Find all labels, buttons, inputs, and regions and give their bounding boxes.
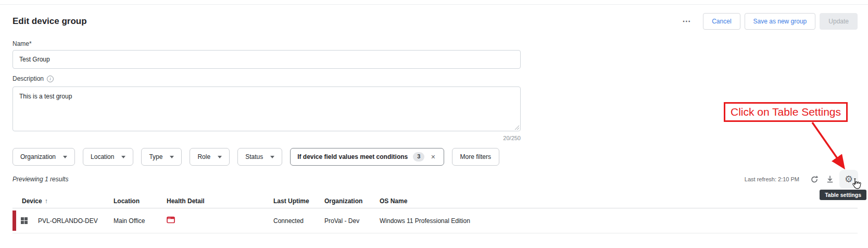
chevron-down-icon (63, 156, 67, 158)
description-textarea[interactable]: This is a test group (12, 86, 521, 131)
device-name: PVL-ORLANDO-DEV (38, 217, 98, 225)
description-label: Description i (12, 75, 54, 82)
annotation-box: Click on Table Settings (724, 102, 848, 122)
download-button[interactable] (824, 173, 836, 185)
table-toolbar: Last refresh: 2:10 PM ⚙ (745, 169, 858, 189)
chevron-down-icon (121, 156, 125, 158)
name-label: Name* (12, 40, 32, 47)
table-settings-tooltip: Table settings (820, 190, 866, 200)
filter-location[interactable]: Location (83, 148, 133, 166)
health-detail-cell (167, 216, 273, 225)
refresh-icon (810, 175, 819, 183)
column-header-health-detail[interactable]: Health Detail (167, 197, 273, 205)
page-title: Edit device group (12, 16, 87, 27)
organization-cell: ProVal - Dev (324, 217, 380, 225)
update-button[interactable]: Update (820, 13, 858, 30)
location-cell: Main Office (114, 217, 167, 225)
download-icon (826, 175, 834, 183)
chevron-down-icon (218, 156, 222, 158)
gear-icon: ⚙ (845, 175, 853, 184)
more-filters-button[interactable]: More filters (452, 148, 499, 166)
os-name-cell: Windows 11 Professional Edition (380, 217, 858, 225)
filter-role[interactable]: Role (190, 148, 230, 166)
windows-icon (21, 217, 28, 224)
chevron-down-icon (270, 156, 274, 158)
top-divider (0, 4, 868, 5)
filters-row: Organization Location Type Role Status I… (12, 148, 499, 166)
column-header-device[interactable]: Device ↑ (12, 197, 114, 205)
save-as-new-group-button[interactable]: Save as new group (745, 13, 816, 30)
column-header-os-name[interactable]: OS Name (380, 197, 858, 205)
column-header-last-uptime[interactable]: Last Uptime (273, 197, 324, 205)
cancel-button[interactable]: Cancel (703, 13, 740, 30)
close-icon[interactable]: ✕ (430, 153, 436, 162)
annotation-text: Click on Table Settings (731, 106, 841, 118)
name-input[interactable] (12, 50, 521, 69)
health-alert-icon[interactable] (167, 216, 175, 224)
previewing-results-text: Previewing 1 results (12, 176, 68, 183)
sort-asc-icon: ↑ (45, 197, 48, 205)
condition-count-badge: 3 (413, 152, 424, 161)
info-icon[interactable]: i (47, 76, 54, 82)
filter-status[interactable]: Status (237, 148, 282, 166)
table-settings-button[interactable]: ⚙ (839, 170, 858, 189)
filter-type[interactable]: Type (141, 148, 182, 166)
more-options-icon[interactable]: ⋯ (681, 15, 693, 28)
last-uptime-cell: Connected (273, 217, 324, 225)
table-header-row: Device ↑ Location Health Detail Last Upt… (12, 194, 858, 208)
filter-device-field-conditions[interactable]: If device field values meet conditions 3… (290, 148, 444, 166)
row-health-accent-bar (12, 210, 16, 231)
description-field-wrap: This is a test group (12, 86, 521, 131)
last-refresh-text: Last refresh: 2:10 PM (745, 176, 799, 182)
header-actions: ⋯ Cancel Save as new group Update (681, 13, 858, 30)
edit-device-group-page: Edit device group ⋯ Cancel Save as new g… (0, 0, 868, 248)
device-preview-table: Device ↑ Location Health Detail Last Upt… (12, 194, 858, 233)
char-counter: 20/250 (12, 135, 521, 141)
chevron-down-icon (170, 156, 174, 158)
column-header-organization[interactable]: Organization (324, 197, 380, 205)
device-cell: PVL-ORLANDO-DEV (12, 217, 114, 225)
column-header-location[interactable]: Location (114, 197, 167, 205)
table-row[interactable]: PVL-ORLANDO-DEV Main Office Connected Pr… (12, 208, 858, 233)
refresh-button[interactable] (808, 173, 821, 185)
filter-organization[interactable]: Organization (12, 148, 75, 166)
